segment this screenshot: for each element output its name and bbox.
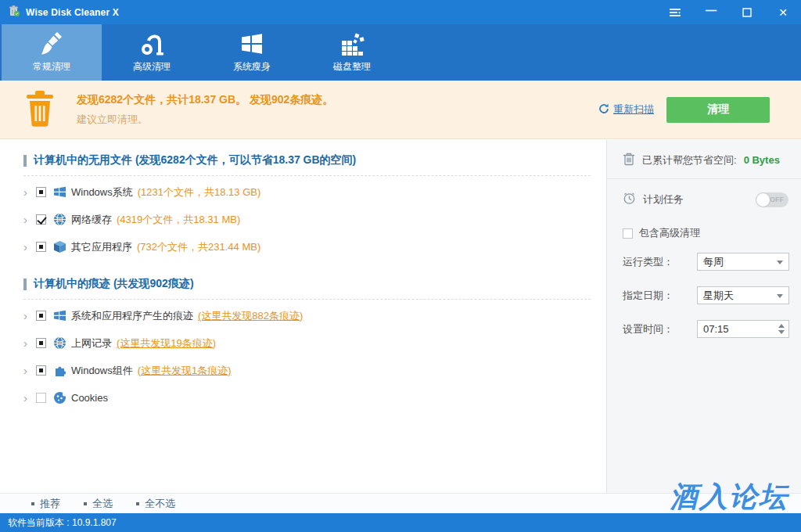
tab-bar: 常规清理高级清理系统瘦身磁盘整理 (0, 24, 801, 81)
globe-icon (53, 213, 66, 226)
tab-label: 磁盘整理 (333, 60, 371, 74)
clock-icon (623, 192, 636, 207)
close-icon[interactable]: ✕ (765, 0, 801, 24)
include-advanced-row: 包含高级清理 (607, 214, 801, 245)
rescan-link[interactable]: 重新扫描 (598, 102, 654, 117)
item-detail[interactable]: (这里共发现882条痕迹) (198, 309, 303, 323)
list-item: ›Windows系统(1231个文件，共18.13 GB) (23, 178, 591, 206)
item-detail[interactable]: (这里共发现1条痕迹) (138, 364, 232, 378)
dashed-divider (23, 299, 591, 300)
saved-space-value: 0 Bytes (744, 154, 780, 166)
form-label: 指定日期： (623, 289, 697, 303)
wise-disk-cleaner-window: Wise Disk Cleaner X — ✕ 常规清理高级清理系统瘦身磁盘整理 (0, 0, 801, 532)
vacuum-icon (138, 31, 165, 56)
expand-chevron-icon[interactable]: › (23, 365, 34, 376)
item-checkbox[interactable] (36, 214, 46, 225)
section-title: 计算机中的无用文件 (发现6282个文件，可以节省18.37 GB的空间) (34, 153, 356, 167)
globe-icon (53, 336, 66, 350)
trash-icon (23, 89, 56, 130)
item-label: Cookies (71, 392, 108, 404)
expand-chevron-icon[interactable]: › (23, 214, 34, 225)
spinner-down-icon[interactable] (778, 330, 785, 334)
saved-space-row: 已累计帮您节省空间: 0 Bytes (607, 140, 801, 178)
dashed-divider (23, 175, 591, 176)
scan-summary: 发现6282个文件，共计18.37 GB。 发现902条痕迹。 (77, 93, 333, 107)
item-label: 网络缓存 (71, 213, 112, 227)
list-item: ›Windows组件(这里共发现1条痕迹) (23, 357, 591, 384)
item-checkbox[interactable] (36, 311, 46, 321)
list-item: ›Cookies (23, 384, 591, 412)
expand-chevron-icon[interactable]: › (23, 186, 34, 198)
footer-link-label: 推荐 (40, 497, 60, 511)
expand-chevron-icon[interactable]: › (23, 337, 34, 349)
section-header: 计算机中的无用文件 (发现6282个文件，可以节省18.37 GB的空间) (23, 153, 591, 168)
spinner-up-icon[interactable] (778, 324, 785, 328)
chevron-down-icon (777, 294, 783, 298)
control-value: 07:15 (703, 323, 729, 335)
watermark-text: 酒入论坛 (670, 478, 788, 516)
item-label: 系统和应用程序产生的痕迹 (71, 309, 193, 323)
toggle-knob (756, 193, 770, 207)
item-checkbox[interactable] (36, 338, 46, 348)
item-label: 其它应用程序 (71, 240, 132, 254)
include-advanced-checkbox[interactable] (623, 228, 633, 239)
tab-advanced-clean[interactable]: 高级清理 (102, 24, 202, 81)
expand-chevron-icon[interactable]: › (23, 241, 34, 253)
tab-disk-defrag[interactable]: 磁盘整理 (302, 24, 402, 81)
window-title: Wise Disk Cleaner X (26, 7, 119, 18)
footer-link-select-none[interactable]: 全不选 (136, 497, 175, 511)
item-label: 上网记录 (71, 336, 112, 350)
list-item: ›系统和应用程序产生的痕迹(这里共发现882条痕迹) (23, 302, 591, 329)
time-spinner[interactable]: 07:15 (697, 320, 789, 338)
cookie-icon (53, 391, 66, 404)
item-detail: (4319个文件，共18.31 MB) (117, 213, 240, 227)
dropdown-select[interactable]: 每周 (697, 253, 789, 271)
item-detail[interactable]: (这里共发现19条痕迹) (117, 336, 216, 350)
footer-link-label: 全不选 (145, 497, 175, 511)
expand-chevron-icon[interactable]: › (23, 310, 34, 322)
section-marker (23, 155, 27, 167)
windows-icon (239, 31, 264, 56)
dropdown-select[interactable]: 星期天 (697, 286, 789, 304)
menu-icon[interactable] (657, 0, 693, 24)
version-label: 软件当前版本 : 10.9.1.807 (8, 516, 117, 530)
footer-link-select-all[interactable]: 全选 (84, 497, 113, 511)
schedule-toggle[interactable]: OFF (756, 192, 788, 207)
item-detail: (732个文件，共231.44 MB) (137, 240, 260, 254)
trash-outline-icon (623, 152, 635, 168)
section-title: 计算机中的痕迹 (共发现902痕迹) (34, 277, 194, 291)
window-titlebar: Wise Disk Cleaner X — ✕ (0, 0, 801, 24)
form-label: 运行类型： (623, 255, 697, 269)
tab-regular-clean[interactable]: 常规清理 (2, 24, 102, 81)
maximize-icon[interactable] (729, 0, 765, 24)
brush-icon (38, 31, 65, 56)
tab-slim-system[interactable]: 系统瘦身 (202, 24, 302, 81)
form-row: 设置时间：07:15 (607, 312, 801, 346)
refresh-icon (598, 103, 609, 117)
item-checkbox[interactable] (36, 187, 46, 197)
control-value: 星期天 (703, 289, 734, 301)
footer-link-recommend[interactable]: 推荐 (31, 497, 60, 511)
tab-label: 常规清理 (33, 60, 70, 74)
scan-advice: 建议立即清理。 (77, 113, 333, 127)
item-checkbox[interactable] (36, 242, 46, 252)
windows-flag-icon (53, 185, 66, 199)
item-checkbox[interactable] (36, 393, 46, 403)
scheduled-task-row: 计划任务 OFF (607, 179, 801, 214)
saved-space-label: 已累计帮您节省空间: (642, 153, 737, 167)
windows-flag-icon (53, 309, 66, 322)
list-item: ›其它应用程序(732个文件，共231.44 MB) (23, 233, 591, 261)
package-icon (53, 240, 66, 253)
list-item: ›上网记录(这里共发现19条痕迹) (23, 329, 591, 357)
scan-result-banner: 发现6282个文件，共计18.37 GB。 发现902条痕迹。 建议立即清理。 … (0, 81, 801, 139)
section-header: 计算机中的痕迹 (共发现902痕迹) (23, 276, 591, 292)
item-label: Windows系统 (71, 185, 133, 200)
chevron-down-icon (777, 261, 783, 264)
toggle-state-label: OFF (770, 196, 784, 203)
item-checkbox[interactable] (36, 365, 46, 376)
expand-chevron-icon[interactable]: › (23, 392, 34, 404)
minimize-icon[interactable]: — (693, 0, 729, 24)
control-value: 每周 (703, 256, 724, 268)
clean-button[interactable]: 清理 (666, 97, 770, 123)
app-icon (8, 5, 20, 20)
